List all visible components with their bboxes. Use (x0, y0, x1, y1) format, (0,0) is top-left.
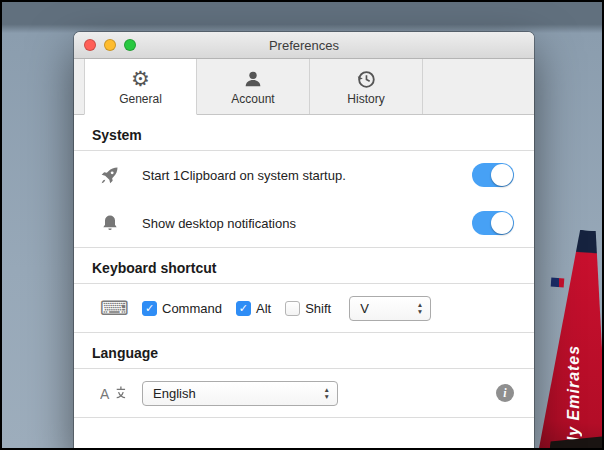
checkbox-shift-label: Shift (305, 301, 331, 316)
keyboard-section-title: Keyboard shortcut (74, 248, 534, 284)
toggle-knob (491, 164, 513, 186)
notifications-label: Show desktop notifications (142, 216, 472, 231)
sail-text: Fly Emirates (565, 302, 583, 450)
keyboard-section: ⌨ ✓ Command ✓ Alt ✓ Shift (74, 284, 534, 333)
startup-toggle[interactable] (472, 163, 514, 187)
close-button[interactable] (84, 39, 96, 51)
tab-account-label: Account (231, 92, 274, 106)
language-section-title: Language (74, 333, 534, 369)
language-value: English (153, 386, 312, 401)
keyboard-icon: ⌨ (100, 298, 126, 318)
checkbox-alt-label: Alt (256, 301, 271, 316)
history-icon (355, 68, 377, 90)
shortcut-key-select[interactable]: V ▲ ▼ (349, 296, 431, 321)
modifier-checkboxes: ✓ Command ✓ Alt ✓ Shift (142, 301, 331, 316)
checkbox-alt[interactable]: ✓ Alt (236, 301, 271, 316)
notifications-row: Show desktop notifications (74, 199, 534, 247)
shortcut-row: ⌨ ✓ Command ✓ Alt ✓ Shift (74, 284, 534, 332)
toggle-knob (491, 212, 513, 234)
tab-general-label: General (119, 92, 162, 106)
checkbox-command[interactable]: ✓ Command (142, 301, 222, 316)
startup-row: Start 1Clipboard on system startup. (74, 151, 534, 199)
desktop: Fly Emirates Preferences ⚙ General Accou… (0, 0, 604, 450)
tab-general[interactable]: ⚙ General (84, 59, 197, 115)
person-icon (242, 68, 264, 90)
translate-icon: A (100, 383, 126, 403)
arrow-up-icon: ▲ (324, 386, 330, 393)
svg-text:A: A (100, 386, 110, 402)
gear-icon: ⚙ (131, 68, 150, 90)
titlebar[interactable]: Preferences (74, 32, 534, 59)
checkbox-box: ✓ (142, 301, 157, 316)
checkbox-box: ✓ (236, 301, 251, 316)
notifications-toggle[interactable] (472, 211, 514, 235)
checkbox-box: ✓ (285, 301, 300, 316)
check-icon: ✓ (239, 303, 248, 314)
window-controls (84, 39, 136, 51)
wallpaper-flag (551, 278, 565, 288)
tab-history[interactable]: History (310, 59, 423, 114)
info-icon[interactable]: i (496, 384, 514, 402)
system-section: Start 1Clipboard on system startup. Show… (74, 151, 534, 248)
window-title: Preferences (269, 38, 339, 53)
system-section-title: System (74, 115, 534, 151)
language-select[interactable]: English ▲ ▼ (142, 381, 338, 406)
preferences-window: Preferences ⚙ General Account History Sy… (74, 32, 534, 450)
select-arrows-icon: ▲ ▼ (417, 301, 423, 315)
tab-account[interactable]: Account (197, 59, 310, 114)
language-section: A English ▲ ▼ i (74, 369, 534, 418)
tab-history-label: History (347, 92, 384, 106)
rocket-icon (100, 165, 126, 185)
language-row: A English ▲ ▼ i (74, 369, 534, 417)
arrow-down-icon: ▼ (324, 393, 330, 400)
tab-bar: ⚙ General Account History (74, 59, 534, 115)
startup-label: Start 1Clipboard on system startup. (142, 168, 472, 183)
zoom-button[interactable] (124, 39, 136, 51)
arrow-down-icon: ▼ (417, 308, 423, 315)
minimize-button[interactable] (104, 39, 116, 51)
shortcut-key-value: V (360, 301, 405, 316)
arrow-up-icon: ▲ (417, 301, 423, 308)
select-arrows-icon: ▲ ▼ (324, 386, 330, 400)
checkbox-command-label: Command (162, 301, 222, 316)
check-icon: ✓ (145, 303, 154, 314)
checkbox-shift[interactable]: ✓ Shift (285, 301, 331, 316)
bell-icon (100, 213, 126, 233)
